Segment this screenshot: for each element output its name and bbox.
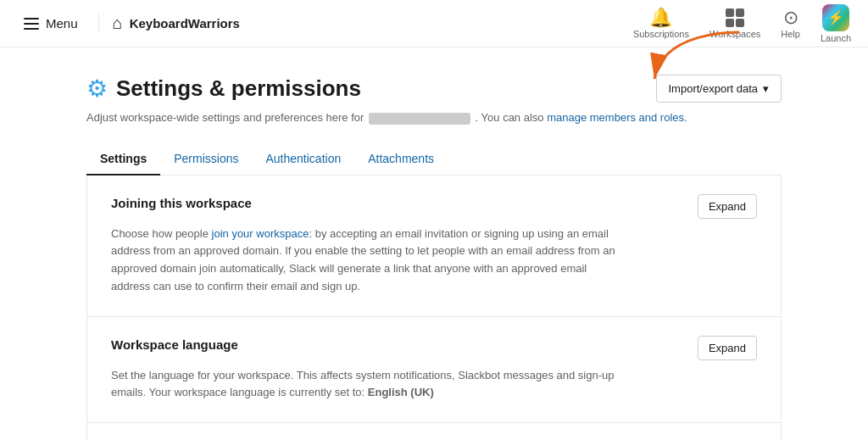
- menu-button[interactable]: Menu: [17, 13, 85, 34]
- launch-icon: ⚡: [822, 4, 849, 31]
- page-description: Adjust workspace-wide settings and prefe…: [86, 109, 782, 126]
- help-label: Help: [781, 29, 800, 39]
- help-icon: ⊙: [783, 8, 798, 27]
- section-joining-header: Joining this workspace Expand: [111, 196, 757, 219]
- subscriptions-icon: 🔔: [649, 8, 672, 27]
- tab-authentication[interactable]: Authentication: [252, 143, 354, 175]
- tab-attachments[interactable]: Attachments: [354, 143, 448, 175]
- menu-label: Menu: [46, 16, 78, 31]
- section-joining: Joining this workspace Expand Choose how…: [87, 175, 781, 317]
- dropdown-arrow-icon: ▾: [763, 82, 769, 95]
- logo-area: ⌂ KeyboardWarriors: [98, 14, 240, 33]
- subscriptions-label: Subscriptions: [633, 29, 689, 39]
- join-workspace-link[interactable]: join your workspace: [212, 227, 309, 240]
- settings-content: Joining this workspace Expand Choose how…: [86, 175, 782, 441]
- tab-settings[interactable]: Settings: [86, 143, 160, 175]
- grid-icon: [726, 8, 744, 27]
- workspace-name: KeyboardWarriors: [130, 16, 240, 31]
- app-header: Menu ⌂ KeyboardWarriors 🔔 Subscriptions …: [0, 0, 868, 47]
- section-language-header: Workspace language Expand: [111, 337, 757, 360]
- tab-permissions[interactable]: Permissions: [160, 143, 252, 175]
- description-after: . You can also: [476, 111, 544, 124]
- nav-help[interactable]: ⊙ Help: [781, 8, 800, 39]
- launch-label: Launch: [821, 33, 851, 43]
- header-left: Menu ⌂ KeyboardWarriors: [17, 13, 240, 34]
- section-language-desc: Set the language for your workspace. Thi…: [111, 367, 620, 403]
- section-language: Workspace language Expand Set the langua…: [87, 317, 781, 424]
- section-joining-title-area: Joining this workspace: [111, 196, 252, 210]
- gear-icon: ⚙: [86, 75, 108, 103]
- nav-launch[interactable]: ⚡ Launch: [821, 4, 851, 43]
- page-header: ⚙ Settings & permissions Import/export d…: [86, 75, 782, 103]
- section-language-title: Workspace language: [111, 337, 238, 352]
- section-channels: Default channels Expand Choose the chann…: [87, 423, 781, 440]
- language-value: English (UK): [368, 386, 434, 398]
- home-icon: ⌂: [113, 14, 123, 33]
- workspaces-label: Workspaces: [709, 29, 760, 39]
- nav-workspaces[interactable]: Workspaces: [709, 8, 760, 39]
- expand-language-button[interactable]: Expand: [698, 336, 757, 360]
- main-content: ⚙ Settings & permissions Import/export d…: [53, 47, 815, 440]
- workspace-blurred: [369, 113, 470, 125]
- settings-tabs: Settings Permissions Authentication Atta…: [86, 143, 782, 175]
- import-export-button[interactable]: Import/export data ▾: [656, 75, 782, 103]
- section-joining-title: Joining this workspace: [111, 196, 252, 210]
- expand-joining-button[interactable]: Expand: [698, 194, 757, 219]
- nav-subscriptions[interactable]: 🔔 Subscriptions: [633, 8, 689, 39]
- section-joining-desc: Choose how people join your workspace: b…: [111, 226, 620, 296]
- description-before: Adjust workspace-wide settings and prefe…: [86, 111, 364, 124]
- page-title: Settings & permissions: [116, 75, 361, 102]
- manage-members-link[interactable]: manage members and roles.: [547, 111, 687, 124]
- page-title-area: ⚙ Settings & permissions: [86, 75, 361, 103]
- import-export-label: Import/export data: [669, 82, 759, 95]
- header-right: 🔔 Subscriptions Workspaces ⊙ Help ⚡ Laun…: [633, 4, 851, 43]
- hamburger-icon: [24, 18, 39, 30]
